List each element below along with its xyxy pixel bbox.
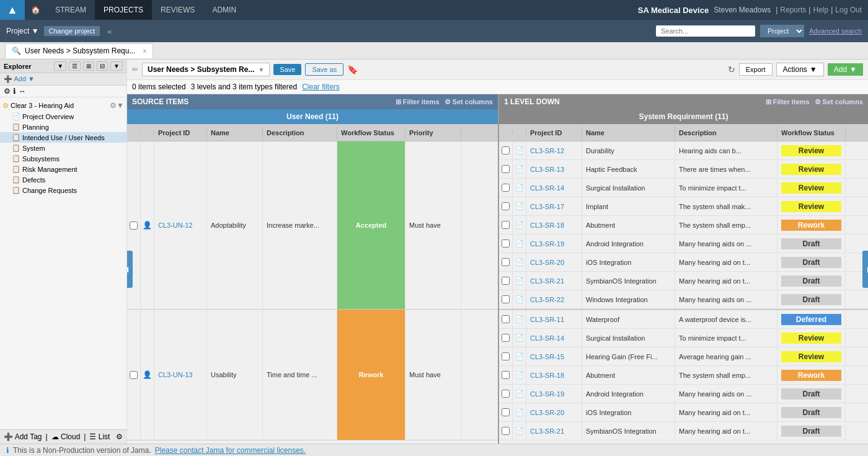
save-as-button[interactable]: Save as bbox=[305, 63, 343, 76]
tree-item-intended-use[interactable]: 📋 Intended Use / User Needs bbox=[0, 132, 126, 143]
r-cb[interactable] bbox=[502, 184, 510, 192]
view-toggle-detail[interactable]: ⊟ bbox=[97, 61, 108, 71]
home-icon[interactable]: 🏠 bbox=[25, 6, 46, 14]
left-col-priority[interactable]: Priority bbox=[405, 127, 461, 139]
info-icon[interactable]: ℹ bbox=[13, 87, 16, 96]
export-button[interactable]: Export bbox=[739, 63, 773, 76]
r-projid[interactable]: CL3-SR-14 bbox=[526, 179, 582, 197]
r-cb[interactable] bbox=[502, 165, 510, 173]
r-checkbox[interactable] bbox=[499, 403, 513, 421]
r-checkbox[interactable] bbox=[499, 272, 513, 290]
left-filter-button[interactable]: ⊞ Filter items bbox=[396, 98, 440, 106]
filter-icon-btn[interactable]: ▼ bbox=[54, 61, 66, 71]
r-cb[interactable] bbox=[502, 146, 510, 154]
r-checkbox[interactable] bbox=[499, 347, 513, 365]
advanced-search-link[interactable]: Advanced search bbox=[809, 27, 862, 35]
config-icon[interactable]: ⚙ bbox=[116, 432, 123, 441]
edit-view-icon[interactable]: ✏ bbox=[132, 65, 138, 74]
left-col-status[interactable]: Workflow Status bbox=[337, 127, 405, 139]
tree-item-defects[interactable]: 📋 Defects bbox=[0, 174, 126, 185]
collapse-icon[interactable]: « bbox=[107, 27, 112, 36]
r-cb[interactable] bbox=[502, 352, 510, 360]
row2-checkbox-cell[interactable] bbox=[127, 310, 141, 440]
right-col-projectid[interactable]: Project ID bbox=[526, 127, 582, 139]
view-title-dropdown[interactable]: ▼ bbox=[258, 66, 264, 73]
reports-link[interactable]: Reports bbox=[780, 6, 806, 14]
r-cb[interactable] bbox=[502, 408, 510, 416]
row1-projectid-cell[interactable]: CL3-UN-12 bbox=[154, 141, 207, 309]
r-projid[interactable]: CL3-SR-12 bbox=[526, 141, 582, 159]
r-projid[interactable]: CL3-SR-19 bbox=[526, 235, 582, 253]
expand-icon[interactable]: ↔ bbox=[19, 87, 26, 96]
save-button[interactable]: Save bbox=[273, 64, 301, 75]
right-col-description[interactable]: Description bbox=[675, 127, 777, 139]
r-cb[interactable] bbox=[502, 277, 510, 285]
r-checkbox[interactable] bbox=[499, 235, 513, 253]
left-columns-button[interactable]: ⚙ Set columns bbox=[445, 98, 493, 106]
r-cb[interactable] bbox=[502, 202, 510, 210]
r-cb[interactable] bbox=[502, 334, 510, 342]
project-selector[interactable]: Project ▼ bbox=[6, 27, 39, 35]
clear-filters-link[interactable]: Clear filters bbox=[302, 83, 340, 91]
right-filter-button[interactable]: ⊞ Filter items bbox=[766, 98, 810, 106]
bookmark-icon[interactable]: 🔖 bbox=[347, 65, 358, 74]
right-columns-button[interactable]: ⚙ Set columns bbox=[815, 98, 863, 106]
left-col-projectid[interactable]: Project ID bbox=[154, 127, 207, 139]
r-checkbox[interactable] bbox=[499, 385, 513, 403]
tree-item-change-requests[interactable]: 📋 Change Requests bbox=[0, 185, 126, 195]
r-checkbox[interactable] bbox=[499, 366, 513, 384]
r-checkbox[interactable] bbox=[499, 329, 513, 347]
r-cb[interactable] bbox=[502, 315, 510, 323]
r-projid[interactable]: CL3-SR-20 bbox=[526, 403, 582, 421]
right-col-name[interactable]: Name bbox=[582, 127, 675, 139]
left-col-name[interactable]: Name bbox=[207, 127, 263, 139]
settings-icon[interactable]: ⚙ bbox=[4, 87, 11, 96]
r-cb[interactable] bbox=[502, 390, 510, 398]
search-scope-dropdown[interactable]: Project bbox=[760, 25, 804, 37]
sidebar-add-button[interactable]: ➕ Add ▼ bbox=[4, 75, 35, 83]
add-tag-btn[interactable]: ➕ Add Tag bbox=[4, 432, 42, 441]
r-projid[interactable]: CL3-SR-21 bbox=[526, 272, 582, 290]
r-projid[interactable]: CL3-SR-17 bbox=[526, 197, 582, 215]
row2-checkbox[interactable] bbox=[130, 371, 138, 379]
r-projid[interactable]: CL3-SR-11 bbox=[526, 310, 582, 328]
tree-item-planning[interactable]: 📋 Planning bbox=[0, 122, 126, 132]
r-projid[interactable]: CL3-SR-19 bbox=[526, 385, 582, 403]
nav-projects[interactable]: PROJECTS bbox=[95, 0, 152, 20]
view-toggle-list[interactable]: ☰ bbox=[69, 61, 81, 71]
nav-reviews[interactable]: REVIEWS bbox=[152, 0, 203, 20]
close-tab-button[interactable]: × bbox=[143, 48, 146, 55]
nav-stream[interactable]: STREAM bbox=[46, 0, 95, 20]
r-projid[interactable]: CL3-SR-13 bbox=[526, 160, 582, 178]
nav-arrow-left[interactable]: ◀ bbox=[127, 251, 133, 288]
left-col-description[interactable]: Description bbox=[263, 127, 337, 139]
tree-item-root[interactable]: ⚙ Clear 3 - Hearing Aid ⚙▼ bbox=[0, 100, 126, 111]
tree-item-project-overview[interactable]: 📄 Project Overview bbox=[0, 111, 126, 122]
r-cb[interactable] bbox=[502, 427, 510, 435]
contact-link[interactable]: Please contact Jama for commercial licen… bbox=[155, 446, 306, 455]
cloud-btn[interactable]: ☁ Cloud bbox=[51, 432, 81, 441]
r-projid[interactable]: CL3-SR-15 bbox=[526, 347, 582, 365]
r-checkbox[interactable] bbox=[499, 160, 513, 178]
r-checkbox[interactable] bbox=[499, 141, 513, 159]
r-cb[interactable] bbox=[502, 295, 510, 303]
nav-arrow-right[interactable]: ▶ bbox=[862, 251, 868, 288]
r-checkbox[interactable] bbox=[499, 253, 513, 271]
r-projid[interactable]: CL3-SR-20 bbox=[526, 253, 582, 271]
r-projid[interactable]: CL3-SR-18 bbox=[526, 366, 582, 384]
r-projid[interactable]: CL3-SR-18 bbox=[526, 216, 582, 234]
current-tab[interactable]: 🔍 User Needs > Subsystem Requ... × bbox=[5, 43, 153, 58]
right-col-status[interactable]: Workflow Status bbox=[777, 127, 846, 139]
tree-item-risk-management[interactable]: 📋 Risk Management bbox=[0, 164, 126, 174]
refresh-button[interactable]: ↻ bbox=[728, 65, 735, 74]
r-checkbox[interactable] bbox=[499, 290, 513, 308]
settings-cog[interactable]: ⚙▼ bbox=[110, 101, 124, 110]
r-checkbox[interactable] bbox=[499, 422, 513, 440]
list-btn[interactable]: ☰ List bbox=[89, 432, 110, 441]
r-checkbox[interactable] bbox=[499, 197, 513, 215]
tree-item-system[interactable]: 📋 System bbox=[0, 143, 126, 153]
logout-link[interactable]: Log Out bbox=[835, 6, 862, 14]
help-link[interactable]: Help bbox=[813, 6, 828, 14]
r-checkbox[interactable] bbox=[499, 216, 513, 234]
change-project-button[interactable]: Change project bbox=[44, 26, 100, 36]
